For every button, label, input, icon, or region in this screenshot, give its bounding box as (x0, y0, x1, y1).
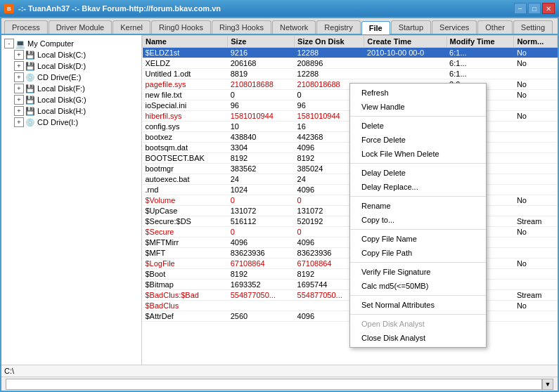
context-menu-item-copy-file-path[interactable]: Copy File Path (350, 246, 486, 260)
tree-item-local-h[interactable]: +💾Local Disk(H:) (1, 105, 141, 117)
table-cell (514, 248, 558, 259)
context-menu-item-force-delete[interactable]: Force Delete (350, 133, 486, 147)
current-path: C:\ (4, 367, 14, 375)
tree-item-cd-i[interactable]: +💿CD Drive(I:) (1, 117, 141, 128)
tab-ring3-hooks[interactable]: Ring3 Hooks (212, 20, 271, 34)
table-cell: $ELDZ1st (143, 48, 228, 58)
table-row[interactable]: Untitled 1.odt8819122886:1... (143, 69, 558, 79)
context-menu-item-lock-file[interactable]: Lock File When Delete (350, 147, 486, 161)
maximize-button[interactable]: □ (528, 3, 541, 14)
table-cell (364, 69, 446, 79)
tree-icon: 💾 (25, 84, 35, 93)
tab-driver-module[interactable]: Driver Module (49, 20, 112, 34)
table-header: Norm... (514, 36, 558, 48)
table-cell: 8192 (228, 153, 295, 164)
tree-item-local-g[interactable]: +💾Local Disk(G:) (1, 94, 141, 105)
context-menu-item-copy-to[interactable]: Copy to... (350, 213, 486, 227)
tab-setting[interactable]: Setting (513, 20, 553, 34)
tree-item-mycomputer[interactable]: -💻My Computer (1, 38, 141, 49)
tree-expander[interactable]: - (4, 39, 14, 48)
title-text: -:- TuanAnh37 -:- Bkav Forum-http://foru… (18, 4, 221, 13)
table-cell: 10 (228, 122, 295, 132)
tree-panel[interactable]: -💻My Computer+💾Local Disk(C:)+💾Local Dis… (1, 35, 142, 365)
table-cell: 83623936 (228, 248, 295, 259)
tab-bar: ProcessDriver ModuleKernelRing0 HooksRin… (1, 18, 558, 35)
tab-process[interactable]: Process (4, 20, 48, 34)
context-menu-item-copy-file-name[interactable]: Copy File Name (350, 232, 486, 246)
table-header: Create Time (364, 36, 446, 48)
context-menu-item-delay-replace[interactable]: Delay Replace... (350, 180, 486, 194)
context-menu-item-view-handle[interactable]: View Handle (350, 100, 486, 114)
table-cell: $BadClus (143, 301, 228, 311)
table-cell: bootmgr (143, 164, 228, 174)
content-area: -💻My Computer+💾Local Disk(C:)+💾Local Dis… (1, 35, 558, 365)
tab-ring0-hooks[interactable]: Ring0 Hooks (151, 20, 211, 34)
tab-network[interactable]: Network (272, 20, 316, 34)
table-cell: 6:1... (446, 48, 514, 58)
table-cell: 516112 (228, 216, 295, 227)
scroll-button[interactable]: ▼ (542, 379, 553, 390)
table-row[interactable]: XELDZ2061682088966:1...No (143, 58, 558, 69)
table-cell: No (514, 111, 558, 122)
tab-other[interactable]: Other (477, 20, 513, 34)
context-menu-item-delete[interactable]: Delete (350, 119, 486, 133)
table-cell: No (514, 48, 558, 58)
table-cell: 0 (228, 90, 295, 100)
tree-expander[interactable]: + (14, 106, 24, 116)
tree-item-cd-e[interactable]: +💿CD Drive(E:) (1, 72, 141, 83)
context-menu-separator (350, 229, 486, 230)
tab-startup[interactable]: Startup (391, 20, 431, 34)
table-cell: 0 (228, 195, 295, 206)
table-cell: $Volume (143, 195, 228, 206)
context-menu-item-delay-delete[interactable]: Delay Delete (350, 166, 486, 180)
table-cell: 9216 (228, 48, 295, 58)
tree-label: Local Disk(G:) (37, 96, 86, 104)
tab-kernel[interactable]: Kernel (113, 20, 150, 34)
tree-icon: 💾 (25, 62, 35, 70)
table-cell: BOOTSECT.BAK (143, 153, 228, 164)
tree-expander[interactable]: + (14, 72, 24, 82)
tab-services[interactable]: Services (432, 20, 477, 34)
table-cell: No (514, 58, 558, 69)
context-menu-item-calc-md5[interactable]: Calc md5(<=50MB) (350, 279, 486, 293)
context-menu-item-set-normal[interactable]: Set Normal Attributes (350, 298, 486, 312)
tree-item-local-d[interactable]: +💾Local Disk(D:) (1, 60, 141, 72)
table-cell: new file.txt (143, 90, 228, 100)
table-cell (514, 100, 558, 111)
tree-expander[interactable]: + (14, 84, 24, 93)
tab-registry[interactable]: Registry (316, 20, 360, 34)
table-cell (514, 174, 558, 185)
table-header: Size (228, 36, 295, 48)
table-cell: $Secure:$DS (143, 216, 228, 227)
table-cell: 0 (228, 227, 295, 237)
tree-expander[interactable]: + (14, 50, 24, 60)
context-menu-item-verify-signature[interactable]: Verify File Signature (350, 265, 486, 279)
table-cell: 131072 (228, 206, 295, 216)
table-cell (514, 143, 558, 153)
tree-expander[interactable]: + (14, 95, 24, 105)
context-menu-item-refresh[interactable]: Refresh (350, 86, 486, 100)
tree-item-local-c[interactable]: +💾Local Disk(C:) (1, 49, 141, 60)
table-cell: 12288 (295, 48, 364, 58)
close-button[interactable]: ✕ (542, 3, 555, 14)
table-cell: $MFTMirr (143, 237, 228, 248)
minimize-button[interactable]: − (514, 3, 527, 14)
context-menu-item-rename[interactable]: Rename (350, 199, 486, 213)
tab-file[interactable]: File (361, 21, 390, 34)
table-row[interactable]: $ELDZ1st9216122882010-10-00 00-06:1...No (143, 48, 558, 58)
context-menu-item-close-disk[interactable]: Close Disk Analyst (350, 331, 486, 345)
table-cell: Stream (514, 290, 558, 301)
search-input[interactable] (6, 379, 542, 390)
table-cell: 12288 (295, 69, 364, 79)
tree-label: Local Disk(C:) (37, 51, 86, 59)
table-cell: $LogFile (143, 259, 228, 269)
tree-expander[interactable]: + (14, 117, 24, 127)
table-cell: hiberfil.sys (143, 111, 228, 122)
table-header: Name (143, 36, 228, 48)
table-cell: 6:1... (446, 69, 514, 79)
tree-expander[interactable]: + (14, 61, 24, 71)
tree-item-local-f[interactable]: +💾Local Disk(F:) (1, 83, 141, 94)
tree-icon: 💿 (25, 118, 35, 126)
table-cell: 1581010944 (228, 111, 295, 122)
table-cell: 2560 (228, 311, 295, 322)
